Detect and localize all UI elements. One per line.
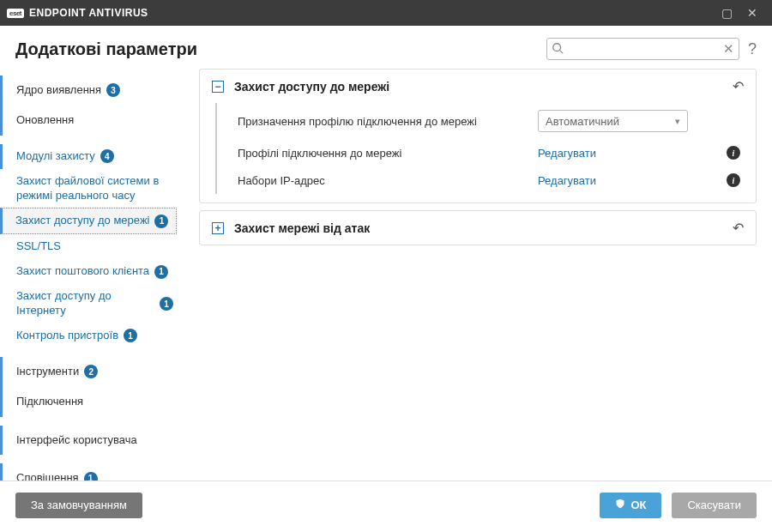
svg-point-0: [553, 44, 561, 51]
sidebar-item-label: Захист файлової системи в режимі реально…: [16, 174, 173, 203]
sidebar-item-realtime-fs[interactable]: Захист файлової системи в режимі реально…: [0, 169, 180, 209]
badge: 4: [100, 149, 114, 163]
sidebar-item-label: SSL/TLS: [16, 239, 61, 254]
sidebar-item-internet-access[interactable]: Захист доступу до Інтернету 1: [0, 284, 180, 323]
info-icon[interactable]: i: [727, 146, 740, 160]
panel-title: Захист доступу до мережі: [234, 80, 733, 94]
shield-icon: [615, 499, 625, 511]
sidebar-item-label: Контроль пристроїв: [16, 329, 118, 343]
brand-logo: eset: [7, 9, 24, 18]
sidebar-item-ssl-tls[interactable]: SSL/TLS: [0, 234, 180, 259]
ok-button[interactable]: ОК: [600, 493, 661, 518]
badge: 1: [84, 472, 98, 481]
collapse-icon[interactable]: −: [212, 81, 224, 93]
sidebar-item-notifications[interactable]: Сповіщення 1: [0, 463, 180, 481]
panel-network-access: − Захист доступу до мережі ↶ Призначення…: [199, 69, 757, 203]
row-label: Набори IP-адрес: [238, 174, 538, 187]
sidebar-item-label: Сповіщення: [16, 471, 79, 481]
row-profile-assignment: Призначення профілю підключення до мереж…: [217, 103, 744, 139]
info-icon[interactable]: i: [727, 173, 740, 187]
sidebar-item-network-access[interactable]: Захист доступу до мережі 1: [0, 208, 177, 234]
select-value: Автоматичний: [546, 115, 619, 128]
chevron-down-icon: ▾: [675, 116, 680, 127]
sidebar-item-connections[interactable]: Підключення: [0, 387, 180, 417]
panel-attack-protection: + Захист мережі від атак ↶: [199, 210, 757, 245]
defaults-button[interactable]: За замовчуванням: [15, 493, 142, 518]
sidebar-item-protection-modules[interactable]: Модулі захисту 4: [0, 144, 180, 169]
sidebar-item-label: Модулі захисту: [16, 149, 95, 164]
sidebar-item-label: Ядро виявлення: [16, 83, 101, 98]
panel-header[interactable]: + Захист мережі від атак ↶: [200, 211, 756, 245]
panel-body: Призначення профілю підключення до мереж…: [215, 103, 744, 194]
row-label: Призначення профілю підключення до мереж…: [238, 115, 538, 128]
expand-icon[interactable]: +: [212, 222, 224, 234]
window-close-button[interactable]: ✕: [739, 6, 765, 20]
undo-icon[interactable]: ↶: [733, 78, 744, 94]
badge: 1: [154, 265, 168, 279]
badge: 1: [160, 297, 173, 311]
window-maximize-button[interactable]: ▢: [714, 6, 739, 20]
row-connection-profiles: Профілі підключення до мережі Редагувати…: [217, 139, 744, 166]
svg-line-1: [560, 51, 564, 54]
ok-label: ОК: [630, 499, 646, 511]
badge: 1: [154, 215, 168, 228]
edit-ipsets-link[interactable]: Редагувати: [538, 174, 596, 187]
search-icon: [552, 42, 564, 57]
search-input[interactable]: [546, 38, 739, 60]
undo-icon[interactable]: ↶: [733, 220, 744, 236]
clear-search-icon[interactable]: ✕: [723, 41, 734, 57]
row-ip-sets: Набори IP-адрес Редагувати i: [217, 166, 744, 194]
brand-text: ENDPOINT ANTIVIRUS: [29, 7, 148, 19]
profile-assignment-select[interactable]: Автоматичний ▾: [538, 110, 688, 132]
badge: 2: [84, 365, 98, 378]
sidebar-item-device-control[interactable]: Контроль пристроїв 1: [0, 323, 180, 348]
title-bar: eset ENDPOINT ANTIVIRUS ▢ ✕: [0, 0, 772, 26]
header: Додаткові параметри ✕ ?: [0, 26, 772, 69]
sidebar-item-label: Підключення: [16, 395, 83, 409]
cancel-button[interactable]: Скасувати: [672, 493, 757, 518]
help-icon[interactable]: ?: [748, 40, 757, 58]
sidebar-item-label: Захист поштового клієнта: [16, 264, 149, 279]
panel-title: Захист мережі від атак: [234, 221, 733, 235]
sidebar-item-detection-core[interactable]: Ядро виявлення 3: [0, 76, 180, 106]
badge: 3: [106, 83, 120, 97]
page-title: Додаткові параметри: [15, 39, 546, 59]
sidebar-item-updates[interactable]: Оновлення: [0, 106, 180, 136]
sidebar-item-label: Інструменти: [16, 365, 79, 379]
sidebar-item-ui[interactable]: Інтерфейс користувача: [0, 426, 180, 456]
badge: 1: [124, 329, 137, 342]
sidebar: Ядро виявлення 3 Оновлення Модулі захист…: [0, 69, 180, 481]
search-wrap: ✕: [546, 38, 739, 60]
edit-profiles-link[interactable]: Редагувати: [538, 147, 596, 160]
sidebar-item-tools[interactable]: Інструменти 2: [0, 357, 180, 387]
footer: За замовчуванням ОК Скасувати: [0, 481, 772, 529]
row-label: Профілі підключення до мережі: [238, 147, 538, 160]
sidebar-item-label: Інтерфейс користувача: [16, 433, 137, 448]
sidebar-item-mail-client[interactable]: Захист поштового клієнта 1: [0, 259, 180, 284]
sidebar-item-label: Оновлення: [16, 113, 74, 128]
brand: eset ENDPOINT ANTIVIRUS: [7, 7, 148, 19]
sidebar-item-label: Захист доступу до Інтернету: [16, 289, 154, 318]
sidebar-item-label: Захист доступу до мережі: [15, 214, 149, 228]
panel-header[interactable]: − Захист доступу до мережі ↶: [200, 70, 756, 103]
main-content: − Захист доступу до мережі ↶ Призначення…: [180, 69, 772, 481]
